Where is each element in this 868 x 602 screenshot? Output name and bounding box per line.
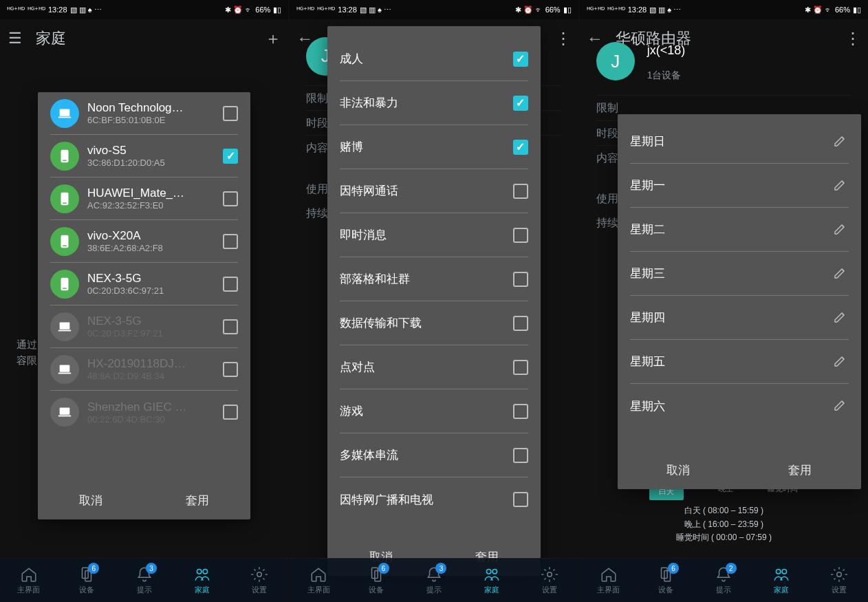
device-name: NEX-3-5G xyxy=(87,272,215,286)
app-bar: ☰ 家庭 ＋ xyxy=(0,19,288,58)
checkbox[interactable] xyxy=(513,492,528,507)
day-label: 星期四 xyxy=(630,310,824,325)
checkbox[interactable] xyxy=(223,106,238,121)
status-bar: ᴴᴳ⁺ᴴᴰᴴᴳ⁺ᴴᴰ13:28▧ ▥ ♠ ⋯ ✱ ⏰ ᯤ66%▮▯ xyxy=(290,0,578,19)
category-row[interactable]: 非法和暴力 xyxy=(340,81,528,125)
device-row[interactable]: Noon Technolog…6C:BF:B5:01:0B:0E xyxy=(50,92,238,135)
checkbox[interactable] xyxy=(513,228,528,243)
category-row[interactable]: 因特网广播和电视 xyxy=(340,477,528,522)
checkbox[interactable] xyxy=(513,184,528,199)
laptop-icon xyxy=(50,398,79,427)
nav-settings[interactable]: 设置 xyxy=(810,559,868,602)
cancel-button[interactable]: 取消 xyxy=(618,451,739,489)
day-list[interactable]: 星期日星期一星期二星期三星期四星期五星期六 xyxy=(618,114,861,451)
category-row[interactable]: 多媒体串流 xyxy=(340,433,528,477)
category-row[interactable]: 数据传输和下载 xyxy=(340,301,528,345)
checkbox[interactable] xyxy=(223,277,238,292)
checkbox[interactable] xyxy=(513,96,528,111)
nav-settings[interactable]: 设置 xyxy=(230,559,288,602)
badge: 6 xyxy=(88,563,99,574)
nav-alerts[interactable]: 提示3 xyxy=(116,559,173,602)
category-row[interactable]: 点对点 xyxy=(340,345,528,389)
checkbox[interactable] xyxy=(513,272,528,287)
device-row[interactable]: HUAWEI_Mate_…AC:92:32:52:F3:E0 xyxy=(50,178,238,220)
nav-home[interactable]: 主界面 xyxy=(290,559,347,602)
checkbox[interactable] xyxy=(513,404,528,419)
category-row[interactable]: 赌博 xyxy=(340,125,528,169)
svg-rect-12 xyxy=(60,365,70,372)
device-row[interactable]: Shenzhen GIEC …00:22:6D:4D:BC:30 xyxy=(50,391,238,433)
device-row[interactable]: NEX-3-5G0C:20:D3:F2:97:21 xyxy=(50,305,238,348)
day-row[interactable]: 星期三 xyxy=(630,252,849,296)
device-row[interactable]: NEX-3-5G0C:20:D3:6C:97:21 xyxy=(50,263,238,305)
device-list[interactable]: Noon Technolog…6C:BF:B5:01:0B:0Evivo-S53… xyxy=(38,92,250,481)
laptop-icon xyxy=(50,312,79,341)
category-row[interactable]: 部落格和社群 xyxy=(340,257,528,301)
day-row[interactable]: 星期日 xyxy=(630,120,849,164)
nav-family[interactable]: 家庭 xyxy=(463,559,521,602)
category-list[interactable]: 成人非法和暴力赌博因特网通话即时消息部落格和社群数据传输和下载点对点游戏多媒体串… xyxy=(327,26,540,537)
profile-sub: 1台设备 xyxy=(647,65,686,86)
category-row[interactable]: 即时消息 xyxy=(340,213,528,257)
svg-rect-0 xyxy=(60,109,70,116)
edit-icon[interactable] xyxy=(832,308,849,327)
edit-icon[interactable] xyxy=(832,220,849,239)
edit-icon[interactable] xyxy=(832,132,849,151)
device-row[interactable]: vivo-S53C:86:D1:20:D0:A5 xyxy=(50,135,238,178)
nav-alerts[interactable]: 提示2 xyxy=(695,559,752,602)
edit-icon[interactable] xyxy=(832,176,849,195)
checkbox[interactable] xyxy=(223,191,238,206)
cancel-button[interactable]: 取消 xyxy=(38,481,144,519)
day-row[interactable]: 星期一 xyxy=(630,164,849,208)
nav-family[interactable]: 家庭 xyxy=(752,559,810,602)
nav-home[interactable]: 主界面 xyxy=(0,559,58,602)
nav-devices[interactable]: 设备6 xyxy=(638,559,695,602)
category-label: 因特网通话 xyxy=(340,183,504,199)
checkbox[interactable] xyxy=(513,52,528,67)
category-row[interactable]: 成人 xyxy=(340,37,528,81)
checkbox[interactable] xyxy=(223,319,238,334)
apply-button[interactable]: 套用 xyxy=(739,451,861,489)
checkbox[interactable] xyxy=(513,140,528,155)
badge: 6 xyxy=(668,563,679,574)
nav-settings[interactable]: 设置 xyxy=(521,559,578,602)
category-label: 非法和暴力 xyxy=(340,95,504,111)
category-label: 即时消息 xyxy=(340,227,504,243)
svg-point-30 xyxy=(837,572,842,577)
add-icon[interactable]: ＋ xyxy=(263,29,283,48)
day-row[interactable]: 星期四 xyxy=(630,296,849,340)
day-row[interactable]: 星期五 xyxy=(630,340,849,384)
device-row[interactable]: HX-20190118DJ…48:8A:D2:D9:4B:34 xyxy=(50,348,238,391)
checkbox[interactable] xyxy=(223,405,238,420)
nav-alerts[interactable]: 提示3 xyxy=(405,559,463,602)
checkbox[interactable] xyxy=(513,360,528,375)
checkbox[interactable] xyxy=(223,362,238,377)
edit-icon[interactable] xyxy=(832,352,849,372)
edit-icon[interactable] xyxy=(832,396,849,416)
nav-devices[interactable]: 设备6 xyxy=(347,559,405,602)
checkbox[interactable] xyxy=(513,316,528,331)
apply-button[interactable]: 套用 xyxy=(144,481,251,519)
checkbox[interactable] xyxy=(223,149,238,164)
edit-icon[interactable] xyxy=(832,264,849,283)
checkbox[interactable] xyxy=(223,234,238,249)
svg-rect-7 xyxy=(63,245,67,246)
status-bar: ᴴᴳ⁺ᴴᴰᴴᴳ⁺ᴴᴰ13:28▧ ▥ ♠ ⋯ ✱ ⏰ ᯤ66%▮▯ xyxy=(0,0,288,19)
category-row[interactable]: 因特网通话 xyxy=(340,169,528,213)
device-row[interactable]: vivo-X20A38:6E:A2:68:A2:F8 xyxy=(50,220,238,263)
day-select-dialog: 星期日星期一星期二星期三星期四星期五星期六 取消 套用 xyxy=(618,114,861,489)
day-row[interactable]: 星期二 xyxy=(630,208,849,252)
category-row[interactable]: 游戏 xyxy=(340,389,528,433)
checkbox[interactable] xyxy=(513,448,528,463)
device-name: HUAWEI_Mate_… xyxy=(87,186,215,200)
nav-family[interactable]: 家庭 xyxy=(173,559,231,602)
day-label: 星期六 xyxy=(630,398,824,414)
nav-devices[interactable]: 设备6 xyxy=(58,559,116,602)
svg-rect-1 xyxy=(58,116,71,118)
day-row[interactable]: 星期六 xyxy=(630,384,849,428)
menu-icon[interactable]: ☰ xyxy=(6,29,25,48)
nav-home[interactable]: 主界面 xyxy=(580,559,638,602)
category-label: 数据传输和下载 xyxy=(340,315,504,331)
svg-point-19 xyxy=(203,569,208,574)
svg-rect-11 xyxy=(58,330,71,331)
